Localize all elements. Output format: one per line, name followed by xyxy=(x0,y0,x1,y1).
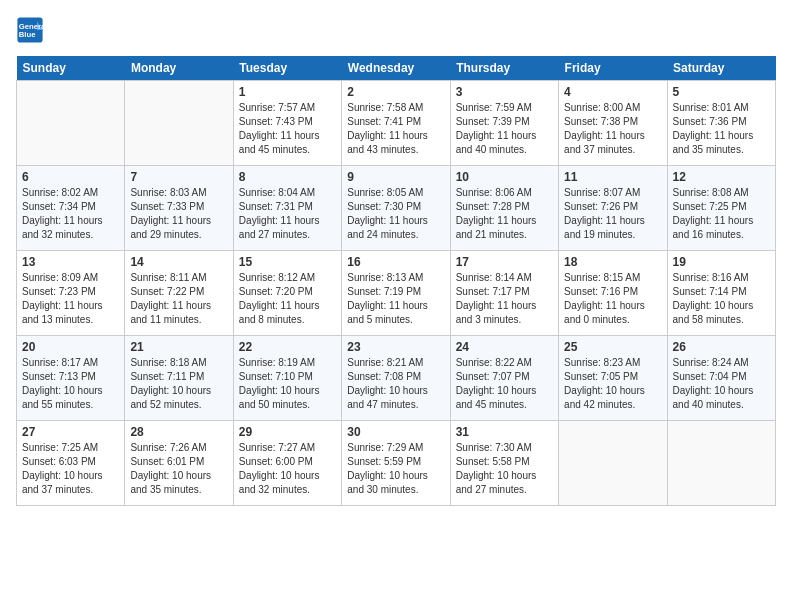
day-number: 4 xyxy=(564,85,661,99)
day-cell: 10Sunrise: 8:06 AMSunset: 7:28 PMDayligh… xyxy=(450,166,558,251)
day-cell: 15Sunrise: 8:12 AMSunset: 7:20 PMDayligh… xyxy=(233,251,341,336)
day-info: Sunrise: 8:05 AMSunset: 7:30 PMDaylight:… xyxy=(347,186,444,242)
day-cell: 4Sunrise: 8:00 AMSunset: 7:38 PMDaylight… xyxy=(559,81,667,166)
day-number: 21 xyxy=(130,340,227,354)
day-cell: 8Sunrise: 8:04 AMSunset: 7:31 PMDaylight… xyxy=(233,166,341,251)
day-number: 19 xyxy=(673,255,770,269)
week-row-5: 27Sunrise: 7:25 AMSunset: 6:03 PMDayligh… xyxy=(17,421,776,506)
day-info: Sunrise: 8:24 AMSunset: 7:04 PMDaylight:… xyxy=(673,356,770,412)
day-info: Sunrise: 8:17 AMSunset: 7:13 PMDaylight:… xyxy=(22,356,119,412)
svg-text:General: General xyxy=(19,22,44,31)
day-info: Sunrise: 7:25 AMSunset: 6:03 PMDaylight:… xyxy=(22,441,119,497)
svg-text:Blue: Blue xyxy=(19,30,36,39)
calendar-table: SundayMondayTuesdayWednesdayThursdayFrid… xyxy=(16,56,776,506)
day-info: Sunrise: 8:22 AMSunset: 7:07 PMDaylight:… xyxy=(456,356,553,412)
day-cell: 16Sunrise: 8:13 AMSunset: 7:19 PMDayligh… xyxy=(342,251,450,336)
day-cell: 26Sunrise: 8:24 AMSunset: 7:04 PMDayligh… xyxy=(667,336,775,421)
day-info: Sunrise: 8:18 AMSunset: 7:11 PMDaylight:… xyxy=(130,356,227,412)
day-number: 23 xyxy=(347,340,444,354)
day-number: 1 xyxy=(239,85,336,99)
day-info: Sunrise: 7:58 AMSunset: 7:41 PMDaylight:… xyxy=(347,101,444,157)
day-info: Sunrise: 8:13 AMSunset: 7:19 PMDaylight:… xyxy=(347,271,444,327)
day-info: Sunrise: 8:19 AMSunset: 7:10 PMDaylight:… xyxy=(239,356,336,412)
day-number: 30 xyxy=(347,425,444,439)
day-cell: 19Sunrise: 8:16 AMSunset: 7:14 PMDayligh… xyxy=(667,251,775,336)
day-info: Sunrise: 8:14 AMSunset: 7:17 PMDaylight:… xyxy=(456,271,553,327)
day-number: 27 xyxy=(22,425,119,439)
day-number: 12 xyxy=(673,170,770,184)
day-cell: 13Sunrise: 8:09 AMSunset: 7:23 PMDayligh… xyxy=(17,251,125,336)
day-number: 13 xyxy=(22,255,119,269)
day-number: 3 xyxy=(456,85,553,99)
header-monday: Monday xyxy=(125,56,233,81)
day-info: Sunrise: 8:21 AMSunset: 7:08 PMDaylight:… xyxy=(347,356,444,412)
day-info: Sunrise: 7:59 AMSunset: 7:39 PMDaylight:… xyxy=(456,101,553,157)
day-cell: 5Sunrise: 8:01 AMSunset: 7:36 PMDaylight… xyxy=(667,81,775,166)
day-number: 5 xyxy=(673,85,770,99)
day-info: Sunrise: 8:07 AMSunset: 7:26 PMDaylight:… xyxy=(564,186,661,242)
day-info: Sunrise: 8:23 AMSunset: 7:05 PMDaylight:… xyxy=(564,356,661,412)
day-cell: 3Sunrise: 7:59 AMSunset: 7:39 PMDaylight… xyxy=(450,81,558,166)
logo-icon: General Blue xyxy=(16,16,44,44)
day-info: Sunrise: 8:06 AMSunset: 7:28 PMDaylight:… xyxy=(456,186,553,242)
day-info: Sunrise: 8:11 AMSunset: 7:22 PMDaylight:… xyxy=(130,271,227,327)
day-info: Sunrise: 8:16 AMSunset: 7:14 PMDaylight:… xyxy=(673,271,770,327)
header-tuesday: Tuesday xyxy=(233,56,341,81)
day-info: Sunrise: 8:08 AMSunset: 7:25 PMDaylight:… xyxy=(673,186,770,242)
day-number: 7 xyxy=(130,170,227,184)
day-number: 28 xyxy=(130,425,227,439)
day-cell: 2Sunrise: 7:58 AMSunset: 7:41 PMDaylight… xyxy=(342,81,450,166)
week-row-1: 1Sunrise: 7:57 AMSunset: 7:43 PMDaylight… xyxy=(17,81,776,166)
day-info: Sunrise: 8:02 AMSunset: 7:34 PMDaylight:… xyxy=(22,186,119,242)
day-number: 16 xyxy=(347,255,444,269)
day-cell: 22Sunrise: 8:19 AMSunset: 7:10 PMDayligh… xyxy=(233,336,341,421)
header-saturday: Saturday xyxy=(667,56,775,81)
day-cell: 31Sunrise: 7:30 AMSunset: 5:58 PMDayligh… xyxy=(450,421,558,506)
header-sunday: Sunday xyxy=(17,56,125,81)
day-number: 11 xyxy=(564,170,661,184)
day-cell: 7Sunrise: 8:03 AMSunset: 7:33 PMDaylight… xyxy=(125,166,233,251)
day-info: Sunrise: 8:03 AMSunset: 7:33 PMDaylight:… xyxy=(130,186,227,242)
day-cell: 14Sunrise: 8:11 AMSunset: 7:22 PMDayligh… xyxy=(125,251,233,336)
day-info: Sunrise: 8:12 AMSunset: 7:20 PMDaylight:… xyxy=(239,271,336,327)
day-cell: 18Sunrise: 8:15 AMSunset: 7:16 PMDayligh… xyxy=(559,251,667,336)
week-row-4: 20Sunrise: 8:17 AMSunset: 7:13 PMDayligh… xyxy=(17,336,776,421)
day-number: 2 xyxy=(347,85,444,99)
day-number: 15 xyxy=(239,255,336,269)
day-info: Sunrise: 7:27 AMSunset: 6:00 PMDaylight:… xyxy=(239,441,336,497)
day-cell: 28Sunrise: 7:26 AMSunset: 6:01 PMDayligh… xyxy=(125,421,233,506)
day-number: 22 xyxy=(239,340,336,354)
day-cell: 20Sunrise: 8:17 AMSunset: 7:13 PMDayligh… xyxy=(17,336,125,421)
header-wednesday: Wednesday xyxy=(342,56,450,81)
day-cell: 11Sunrise: 8:07 AMSunset: 7:26 PMDayligh… xyxy=(559,166,667,251)
day-number: 20 xyxy=(22,340,119,354)
day-cell xyxy=(17,81,125,166)
day-number: 25 xyxy=(564,340,661,354)
day-cell: 6Sunrise: 8:02 AMSunset: 7:34 PMDaylight… xyxy=(17,166,125,251)
day-cell: 23Sunrise: 8:21 AMSunset: 7:08 PMDayligh… xyxy=(342,336,450,421)
day-number: 6 xyxy=(22,170,119,184)
day-cell xyxy=(559,421,667,506)
day-number: 9 xyxy=(347,170,444,184)
day-number: 14 xyxy=(130,255,227,269)
page-header: General Blue xyxy=(16,16,776,44)
day-number: 17 xyxy=(456,255,553,269)
day-cell: 24Sunrise: 8:22 AMSunset: 7:07 PMDayligh… xyxy=(450,336,558,421)
day-cell: 1Sunrise: 7:57 AMSunset: 7:43 PMDaylight… xyxy=(233,81,341,166)
day-number: 10 xyxy=(456,170,553,184)
day-info: Sunrise: 7:57 AMSunset: 7:43 PMDaylight:… xyxy=(239,101,336,157)
day-cell: 30Sunrise: 7:29 AMSunset: 5:59 PMDayligh… xyxy=(342,421,450,506)
week-row-2: 6Sunrise: 8:02 AMSunset: 7:34 PMDaylight… xyxy=(17,166,776,251)
day-number: 18 xyxy=(564,255,661,269)
day-cell xyxy=(125,81,233,166)
day-info: Sunrise: 8:01 AMSunset: 7:36 PMDaylight:… xyxy=(673,101,770,157)
day-cell xyxy=(667,421,775,506)
day-cell: 12Sunrise: 8:08 AMSunset: 7:25 PMDayligh… xyxy=(667,166,775,251)
day-info: Sunrise: 7:26 AMSunset: 6:01 PMDaylight:… xyxy=(130,441,227,497)
day-cell: 25Sunrise: 8:23 AMSunset: 7:05 PMDayligh… xyxy=(559,336,667,421)
day-cell: 9Sunrise: 8:05 AMSunset: 7:30 PMDaylight… xyxy=(342,166,450,251)
logo: General Blue xyxy=(16,16,46,44)
calendar-header-row: SundayMondayTuesdayWednesdayThursdayFrid… xyxy=(17,56,776,81)
day-info: Sunrise: 8:15 AMSunset: 7:16 PMDaylight:… xyxy=(564,271,661,327)
day-cell: 29Sunrise: 7:27 AMSunset: 6:00 PMDayligh… xyxy=(233,421,341,506)
